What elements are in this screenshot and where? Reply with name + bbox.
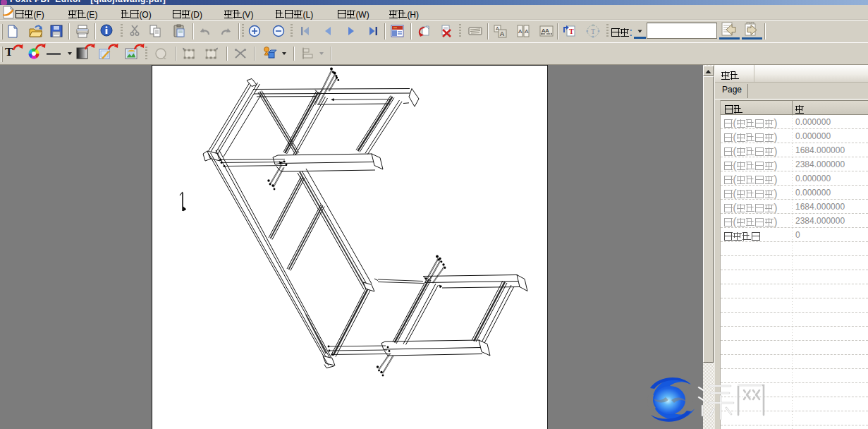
svg-text:A: A <box>518 28 522 35</box>
svg-text:A: A <box>500 30 504 37</box>
svg-text:A: A <box>525 28 529 35</box>
svg-text:AA: AA <box>542 28 549 34</box>
svg-text:T: T <box>569 28 574 35</box>
svg-text:T: T <box>591 28 595 35</box>
